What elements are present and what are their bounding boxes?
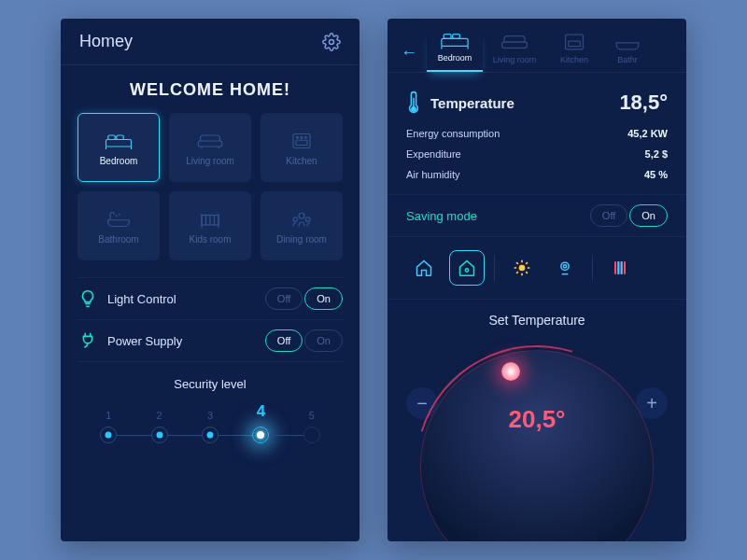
room-kitchen[interactable]: Kitchen bbox=[261, 113, 343, 182]
dial-arc[interactable]: 20,5° bbox=[420, 350, 654, 541]
svg-point-20 bbox=[412, 107, 416, 111]
home-icon bbox=[415, 259, 433, 277]
saving-toggle: Off On bbox=[590, 204, 668, 227]
saving-on-button[interactable]: On bbox=[629, 204, 668, 227]
back-button[interactable]: ← bbox=[395, 43, 423, 72]
svg-rect-3 bbox=[117, 135, 124, 140]
svg-point-22 bbox=[519, 265, 526, 272]
tab-label: Kitchen bbox=[560, 55, 588, 64]
oven-icon bbox=[559, 32, 589, 52]
temperature-title: Temperature bbox=[430, 95, 619, 111]
power-off-button[interactable]: Off bbox=[265, 329, 303, 352]
power-toggle: Off On bbox=[265, 329, 343, 352]
dining-icon bbox=[288, 208, 316, 231]
settings-icon[interactable] bbox=[322, 33, 341, 51]
security-level-2[interactable]: 2 bbox=[134, 410, 184, 443]
stat-expenditure: Expenditure5,2 $ bbox=[406, 144, 668, 164]
security-level-5[interactable]: 5 bbox=[287, 410, 337, 443]
svg-point-6 bbox=[297, 136, 299, 138]
security-title: Security level bbox=[61, 377, 359, 391]
security-level-1[interactable]: 1 bbox=[83, 410, 134, 443]
tab-bathroom[interactable]: Bathr bbox=[606, 32, 649, 72]
security-stepper: 1 2 3 4 5 bbox=[61, 402, 359, 443]
room-label: Kids room bbox=[189, 234, 231, 245]
svg-point-7 bbox=[301, 136, 303, 138]
mode-home[interactable] bbox=[406, 250, 442, 286]
temperature-dial[interactable]: − + 20,5° bbox=[388, 333, 686, 473]
power-supply-row: Power Supply Off On bbox=[78, 319, 343, 362]
security-level-4[interactable]: 4 bbox=[235, 402, 286, 443]
bed-icon bbox=[105, 130, 133, 152]
svg-point-13 bbox=[306, 217, 311, 221]
saving-off-button[interactable]: Off bbox=[590, 204, 627, 227]
mode-separator bbox=[494, 255, 495, 281]
light-off-button[interactable]: Off bbox=[265, 287, 303, 310]
tab-kitchen[interactable]: Kitchen bbox=[546, 32, 602, 72]
svg-point-23 bbox=[561, 262, 569, 270]
svg-rect-4 bbox=[198, 141, 222, 147]
room-label: Kitchen bbox=[286, 156, 317, 166]
mode-away[interactable] bbox=[547, 250, 583, 286]
camera-icon bbox=[556, 259, 574, 277]
temperature-screen: ← Bedroom Living room Kitchen Bathr Temp… bbox=[388, 19, 686, 541]
tab-bedroom[interactable]: Bedroom bbox=[427, 30, 483, 72]
thermometer-icon bbox=[406, 90, 421, 116]
app-header: Homey bbox=[61, 19, 359, 65]
mode-heat[interactable] bbox=[602, 250, 638, 286]
bed-icon bbox=[440, 30, 470, 50]
light-control-row: Light Control Off On bbox=[78, 277, 343, 319]
svg-rect-9 bbox=[296, 140, 307, 145]
mode-eco[interactable] bbox=[449, 250, 485, 286]
tab-label: Bedroom bbox=[438, 53, 472, 63]
light-on-button[interactable]: On bbox=[304, 287, 343, 310]
svg-rect-14 bbox=[442, 38, 468, 46]
svg-point-0 bbox=[330, 39, 334, 44]
svg-rect-16 bbox=[453, 35, 460, 39]
security-level-3[interactable]: 3 bbox=[185, 410, 235, 443]
svg-rect-2 bbox=[108, 135, 116, 140]
tab-label: Bathr bbox=[617, 55, 638, 64]
radiator-icon bbox=[611, 259, 629, 277]
crib-icon bbox=[196, 208, 224, 231]
tab-label: Living room bbox=[493, 55, 537, 64]
room-bathroom[interactable]: Bathroom bbox=[78, 191, 160, 260]
app-title: Homey bbox=[79, 32, 133, 51]
welcome-heading: WELCOME HOME! bbox=[61, 80, 359, 100]
svg-point-12 bbox=[293, 217, 298, 221]
svg-rect-1 bbox=[106, 139, 132, 147]
control-label: Light Control bbox=[107, 292, 265, 306]
stats-list: Energy consumption45,2 KW Expenditure5,2… bbox=[388, 119, 686, 194]
plug-icon bbox=[78, 330, 98, 351]
room-bedroom[interactable]: Bedroom bbox=[78, 113, 160, 182]
bath-icon bbox=[105, 208, 133, 231]
svg-rect-15 bbox=[444, 35, 451, 39]
svg-rect-17 bbox=[502, 42, 528, 48]
mode-sun[interactable] bbox=[504, 250, 540, 286]
dial-knob[interactable] bbox=[501, 362, 520, 381]
svg-point-8 bbox=[305, 136, 307, 138]
power-on-button[interactable]: On bbox=[304, 329, 343, 352]
set-temperature-value: 20,5° bbox=[421, 405, 653, 434]
mode-bar bbox=[388, 237, 686, 300]
room-label: Bathroom bbox=[98, 234, 138, 245]
room-dining-room[interactable]: Dining room bbox=[261, 191, 343, 260]
set-temperature-title: Set Temperature bbox=[388, 313, 686, 328]
svg-point-24 bbox=[563, 265, 566, 268]
saving-mode-row: Saving mode Off On bbox=[388, 194, 686, 237]
temperature-header: Temperature 18,5° bbox=[388, 73, 686, 119]
bath-icon bbox=[613, 32, 642, 52]
svg-rect-19 bbox=[569, 41, 581, 47]
tab-living-room[interactable]: Living room bbox=[486, 32, 543, 72]
room-kids-room[interactable]: Kids room bbox=[169, 191, 251, 260]
rooms-grid: Bedroom Living room Kitchen Bathroom Kid… bbox=[61, 113, 359, 260]
saving-mode-label: Saving mode bbox=[406, 209, 590, 223]
room-living-room[interactable]: Living room bbox=[169, 113, 251, 182]
controls-list: Light Control Off On Power Supply Off On bbox=[61, 277, 359, 362]
stat-humidity: Air humidity45 % bbox=[406, 164, 668, 185]
svg-point-21 bbox=[465, 269, 468, 272]
room-label: Dining room bbox=[276, 234, 327, 245]
temperature-value: 18,5° bbox=[619, 91, 668, 115]
sofa-icon bbox=[196, 130, 224, 152]
room-label: Bedroom bbox=[100, 156, 138, 166]
room-tabbar: ← Bedroom Living room Kitchen Bathr bbox=[388, 19, 686, 73]
